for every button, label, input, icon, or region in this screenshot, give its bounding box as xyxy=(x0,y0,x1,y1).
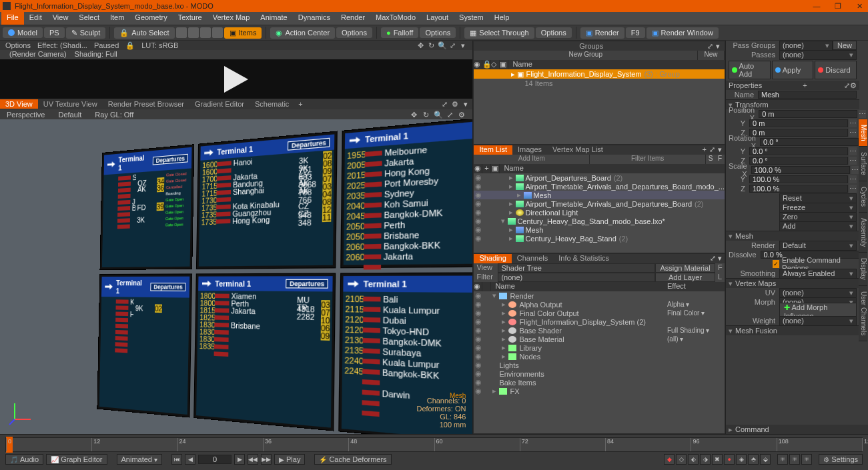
render-window-button[interactable]: ▣Render Window xyxy=(646,27,719,39)
shader-vis-header[interactable]: ◉ xyxy=(474,282,482,291)
tab-vertex-map-list[interactable]: Vertex Map List xyxy=(547,145,608,155)
falloff-options[interactable]: Options xyxy=(420,27,456,38)
tab-schematic[interactable]: Schematic xyxy=(250,99,294,109)
menu-dynamics[interactable]: Dynamics xyxy=(293,12,336,25)
sidetab-surface[interactable]: Surface xyxy=(859,147,867,181)
preview-menu-icon[interactable]: ▾ xyxy=(459,41,467,49)
select-through-button[interactable]: ▦Select Through xyxy=(464,27,534,39)
expand-header-icon[interactable]: + xyxy=(482,164,491,173)
preview-shading[interactable]: Shading: Full xyxy=(75,50,117,59)
pass-new-button[interactable]: New xyxy=(833,41,857,50)
shader-row[interactable]: ◉▸Nodes xyxy=(474,352,725,361)
menu-animate[interactable]: Animate xyxy=(255,12,292,25)
shader-row[interactable]: ◉▾Render xyxy=(474,291,725,300)
preview-lut[interactable]: LUT: sRGB xyxy=(141,41,178,49)
add-tab-button[interactable]: + xyxy=(294,99,306,109)
shading-dropdown[interactable]: Default xyxy=(58,111,81,119)
assign-material-button[interactable]: Assign Material xyxy=(655,263,715,273)
items-mode-button[interactable]: ▣Items xyxy=(224,27,262,39)
preview-expand-icon[interactable]: ⤢ xyxy=(448,41,456,49)
ps-button[interactable]: PS xyxy=(44,27,65,38)
panel-expand-icon[interactable]: ⤢ xyxy=(706,42,714,51)
item-row[interactable]: ◉▸Airport_Timetable_Arrivals_and_Departu… xyxy=(474,199,725,208)
select-through-options[interactable]: Options xyxy=(536,27,572,38)
visibility-column-icon[interactable]: ◉ xyxy=(474,60,482,69)
tab-channels[interactable]: Channels xyxy=(512,254,553,263)
smoothing-dropdown[interactable]: Always Enabled xyxy=(779,269,857,279)
rotation-z-input[interactable] xyxy=(749,157,848,165)
menu-view[interactable]: View xyxy=(47,12,74,25)
shader-filter-dropdown[interactable]: (none) xyxy=(498,273,655,282)
cache-deformers-button[interactable]: ⚡ Cache Deformers xyxy=(314,454,391,465)
model-mode-button[interactable]: Model xyxy=(3,27,43,38)
scale-x-input[interactable] xyxy=(751,166,850,174)
falloff-button[interactable]: ●Falloff xyxy=(381,27,418,38)
item-row[interactable]: ◉▸Century_Heavy_Bag_Stand(2) xyxy=(474,234,725,243)
tab-uv-texture-view[interactable]: UV Texture View xyxy=(38,99,103,109)
menu-layout[interactable]: Layout xyxy=(421,12,454,25)
item-row[interactable]: ◉▾Century_Heavy_Bag_Stand_modo_base.lxo* xyxy=(474,217,725,225)
tab-info-&-statistics[interactable]: Info & Statistics xyxy=(553,254,614,263)
menu-system[interactable]: System xyxy=(454,12,489,25)
menu-maxtomodo[interactable]: MaxToModo xyxy=(370,12,421,25)
axis-gizmo-icon[interactable] xyxy=(8,399,35,426)
tab-3d-view[interactable]: 3D View xyxy=(0,99,38,109)
preview-canvas[interactable] xyxy=(0,59,472,99)
shader-row[interactable]: ◉▸Final Color OutputFinal Color ▾ xyxy=(474,309,725,317)
perspective-dropdown[interactable]: Perspective xyxy=(7,111,45,119)
shader-view-dropdown[interactable]: Shader Tree xyxy=(498,263,655,273)
position-y-input[interactable] xyxy=(749,119,848,127)
select-column-icon[interactable]: ◇ xyxy=(491,60,500,69)
step-back-icon[interactable]: ◀ xyxy=(185,454,195,465)
menu-select[interactable]: Select xyxy=(73,12,105,25)
props-gear-icon[interactable]: ⚙ xyxy=(850,81,857,90)
group-item[interactable]: ▸ ▣ Flight_Information_Display_System(3)… xyxy=(474,69,725,79)
select-material-icon[interactable] xyxy=(212,27,223,38)
menu-texture[interactable]: Texture xyxy=(173,12,207,25)
action-center-button[interactable]: ◉Action Center xyxy=(270,27,335,39)
pos-x-menu-icon[interactable]: ⋯ xyxy=(859,110,866,118)
menu-vertex-map[interactable]: Vertex Map xyxy=(207,12,256,25)
key-set-icon[interactable]: ◆ xyxy=(664,454,675,465)
select-mode-icons[interactable] xyxy=(176,27,223,38)
discard-button[interactable]: Discard xyxy=(815,61,857,79)
viewtab-gear-icon[interactable]: ⚙ xyxy=(451,100,459,108)
freeze-dropdown[interactable]: Freeze xyxy=(779,203,857,213)
color-column-icon[interactable]: ▣ xyxy=(500,60,508,69)
auto-select-button[interactable]: 🔒Auto Select xyxy=(114,27,174,39)
zero-dropdown[interactable]: Zero xyxy=(779,212,857,222)
step-forward-icon[interactable]: ▶ xyxy=(234,454,245,465)
weight-dropdown[interactable]: (none) xyxy=(779,316,857,326)
play-backward-icon[interactable]: ◀◀ xyxy=(248,454,258,465)
scale-y-input[interactable] xyxy=(749,175,848,183)
play-forward-icon[interactable]: ▶▶ xyxy=(261,454,272,465)
viewtab-expand-icon[interactable]: ⤢ xyxy=(440,100,448,108)
tab-gradient-editor[interactable]: Gradient Editor xyxy=(189,99,250,109)
add-item-dropdown[interactable]: Add Item xyxy=(474,155,590,164)
viewport-pan-icon[interactable]: ✥ xyxy=(410,111,418,119)
select-edge-icon[interactable] xyxy=(188,27,199,38)
passes-dropdown[interactable]: (none) xyxy=(779,50,857,60)
uv-dropdown[interactable]: (none) xyxy=(779,288,857,298)
item-row[interactable]: ◉▸Airport_Timetable_Arrivals_and_Departu… xyxy=(474,182,725,191)
goto-start-icon[interactable]: ⏮ xyxy=(171,454,182,465)
props-expand-icon[interactable]: ⤢ xyxy=(844,81,850,90)
item-row[interactable]: ◉▸Mesh xyxy=(474,225,725,234)
reset-dropdown[interactable]: Reset xyxy=(779,193,857,203)
position-z-input[interactable] xyxy=(749,129,848,137)
tab-shading[interactable]: Shading xyxy=(474,254,511,263)
animated-dropdown[interactable]: Animated ▾ xyxy=(117,454,162,465)
color-header-icon[interactable]: ▣ xyxy=(491,164,500,173)
key-delete-icon[interactable]: ✖ xyxy=(712,454,723,465)
frame-input[interactable]: 0 xyxy=(198,455,232,464)
shader-row[interactable]: ◉Environments xyxy=(474,369,725,378)
visibility-header-icon[interactable]: ◉ xyxy=(474,164,482,173)
item-row[interactable]: ◉▸Mesh xyxy=(474,191,725,199)
menu-edit[interactable]: Edit xyxy=(24,12,47,25)
minimize-button[interactable]: — xyxy=(811,2,823,11)
key-next-icon[interactable]: ⬗ xyxy=(700,454,711,465)
preview-lock-icon[interactable]: 🔒 xyxy=(125,41,135,50)
solver-a-icon[interactable]: ⚛ xyxy=(777,454,788,465)
select-poly-icon[interactable] xyxy=(200,27,211,38)
viewtab-menu-icon[interactable]: ▾ xyxy=(462,100,470,108)
